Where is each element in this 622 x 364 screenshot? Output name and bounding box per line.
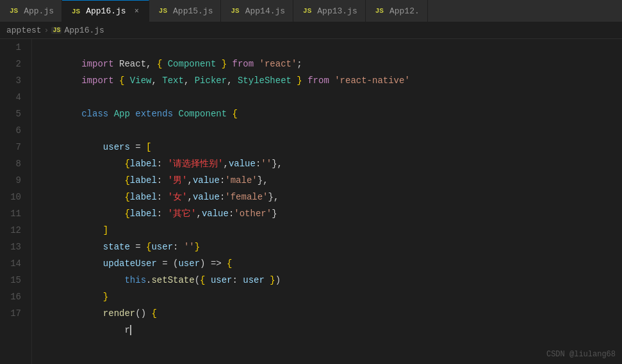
tab-label: App15.js [173, 6, 213, 16]
line-num: 14 [6, 255, 21, 272]
watermark: CSDN @liulang68 [546, 350, 616, 359]
tab-label: App14.js [245, 6, 285, 16]
code-line-12: state = {user: ''} [38, 222, 616, 239]
breadcrumb: apptest › JS App16.js [0, 22, 622, 39]
js-icon: JS [373, 6, 386, 15]
line-num: 17 [6, 305, 21, 322]
line-num: 16 [6, 289, 21, 305]
tab-label: App.js [24, 6, 54, 16]
line-num: 5 [6, 106, 21, 122]
js-icon: JS [229, 6, 241, 15]
line-num: 9 [6, 172, 21, 189]
tab-label: App12. [389, 6, 420, 16]
tab-app14js[interactable]: JS App14.js [221, 0, 293, 22]
tab-close-button[interactable]: × [133, 6, 141, 17]
line-num: 15 [6, 272, 21, 289]
tab-app13js[interactable]: JS App13.js [293, 0, 366, 22]
tab-label: App16.js [86, 6, 126, 16]
tab-app15js[interactable]: JS App15.js [149, 0, 222, 22]
code-line-6: users = [ [38, 122, 616, 139]
breadcrumb-file: App16.js [64, 26, 104, 35]
editor: 1 2 3 4 5 6 7 8 9 10 11 12 13 14 15 16 1… [0, 39, 622, 364]
line-num: 6 [6, 122, 21, 139]
line-num: 11 [6, 205, 21, 222]
breadcrumb-sep: › [44, 26, 49, 35]
tab-label: App13.js [317, 6, 357, 16]
js-icon: JS [157, 6, 169, 15]
js-icon: JS [70, 7, 82, 16]
line-num: 7 [6, 139, 21, 155]
breadcrumb-folder: apptest [6, 26, 42, 35]
tab-bar: JS App.js JS App16.js × JS App15.js JS A… [0, 0, 622, 22]
line-num: 12 [6, 222, 21, 239]
code-line-1: import React, { Component } from 'react'… [38, 39, 616, 56]
text-cursor [130, 325, 131, 335]
breadcrumb-js-icon: JS [51, 27, 61, 34]
line-num: 8 [6, 155, 21, 172]
js-icon: JS [8, 6, 20, 15]
line-num: 10 [6, 189, 21, 205]
tab-app16js[interactable]: JS App16.js × [62, 0, 149, 22]
tab-appjs[interactable]: JS App.js [0, 0, 62, 22]
code-lines: import React, { Component } from 'react'… [32, 39, 622, 364]
line-num: 13 [6, 239, 21, 255]
code-line-4: class App extends Component { [38, 89, 616, 106]
line-num: 2 [6, 56, 21, 72]
code-line-16: render() { [38, 289, 616, 305]
js-icon: JS [301, 6, 313, 15]
line-numbers: 1 2 3 4 5 6 7 8 9 10 11 12 13 14 15 16 1… [0, 39, 32, 364]
line-num: 3 [6, 72, 21, 89]
code-area[interactable]: 1 2 3 4 5 6 7 8 9 10 11 12 13 14 15 16 1… [0, 39, 622, 364]
line-num: 4 [6, 89, 21, 106]
line-num: 1 [6, 39, 21, 56]
tab-app12js[interactable]: JS App12. [366, 0, 428, 22]
